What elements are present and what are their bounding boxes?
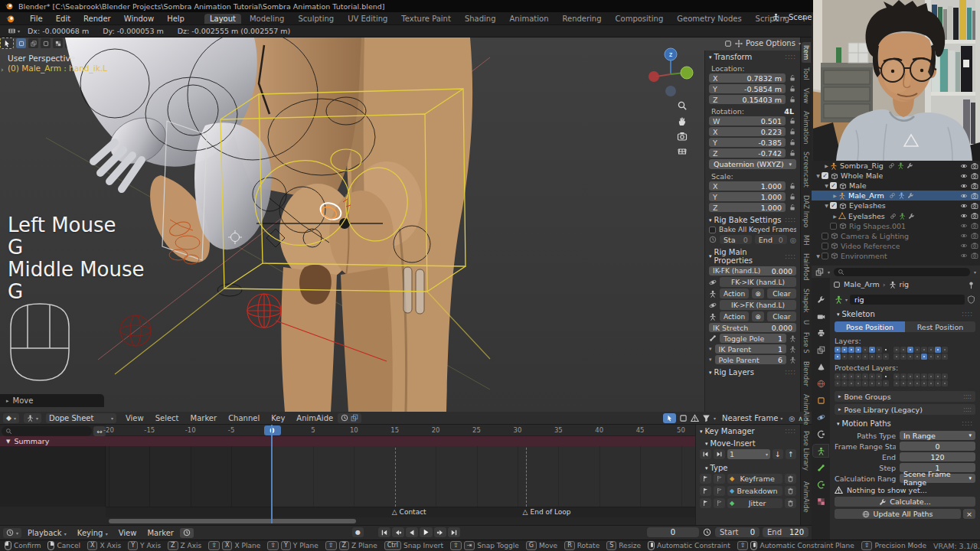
protected-layer-cell[interactable] — [942, 380, 948, 386]
breadcrumb-data[interactable]: rig — [900, 280, 910, 289]
channel-search-input[interactable] — [2, 426, 92, 436]
properties-tab-bone[interactable] — [813, 461, 828, 474]
sync-toggle-group[interactable] — [338, 413, 361, 423]
clear-x-icon[interactable]: ⊗ — [752, 289, 764, 298]
expand-arrow[interactable]: ▼ — [823, 203, 830, 208]
layer-cell[interactable] — [893, 347, 900, 353]
jump-prev-key-button[interactable] — [700, 449, 711, 459]
sidebar-tab-animation[interactable]: Animation — [802, 108, 811, 147]
play-button[interactable] — [420, 527, 433, 537]
rest-position-button[interactable]: Rest Position — [905, 321, 975, 332]
move-insert-header[interactable]: ▾Move-Insert — [696, 437, 800, 449]
skeleton-panel-header[interactable]: ▾Skeleton:::: — [833, 308, 977, 320]
fake-user-shield-icon[interactable] — [967, 295, 975, 304]
protected-layer-cell[interactable] — [841, 373, 848, 380]
action-button[interactable]: Action — [720, 289, 749, 298]
layer-cell[interactable] — [855, 347, 861, 353]
key-type-field[interactable]: ◆Keyframe — [727, 474, 782, 484]
protected-layer-cell[interactable] — [841, 380, 848, 386]
deselect-flag-button[interactable] — [714, 486, 725, 496]
outliner-row-whole-male[interactable]: ▼✓Whole Male — [812, 171, 980, 181]
properties-tab-view-layer[interactable] — [813, 344, 828, 356]
eye-icon[interactable] — [960, 172, 968, 180]
eye-icon[interactable] — [960, 202, 968, 210]
properties-tab-object[interactable] — [813, 394, 828, 406]
protected-layer-cell[interactable] — [876, 373, 882, 380]
sidebar-tab-fuse-s[interactable]: Fuse S — [802, 329, 811, 357]
layer-cell[interactable] — [900, 354, 906, 360]
properties-tab-scene[interactable] — [813, 360, 828, 373]
sidebar-tab-shapek[interactable]: Shapek — [802, 285, 811, 316]
protected-layer-cell[interactable] — [869, 380, 875, 386]
filter-funnel-icon[interactable] — [702, 414, 710, 422]
collection-checkbox[interactable] — [830, 223, 837, 230]
eye-icon[interactable] — [960, 222, 968, 230]
outliner-row-male-arm[interactable]: ▶Male_Arm — [812, 191, 980, 201]
close-icon[interactable]: × — [963, 509, 975, 519]
outliner-row-camera-lighting[interactable]: Camera & Lighting — [812, 231, 980, 241]
delete-keys-button[interactable] — [785, 486, 796, 496]
delete-keys-button[interactable] — [785, 498, 796, 508]
row-value-field[interactable]: 120 — [900, 452, 975, 461]
row-value-field[interactable]: Scene Frame Range▾ — [900, 474, 975, 483]
sync-clock-button[interactable] — [180, 528, 194, 538]
editor-type-button[interactable]: ◆▾ — [3, 413, 19, 423]
editor-type-icon[interactable]: ▾ — [8, 27, 20, 35]
layer-cell[interactable] — [921, 347, 927, 353]
clear-button[interactable]: Clear — [767, 289, 796, 298]
pan-hand-icon[interactable] — [677, 116, 688, 126]
frame-end-field[interactable]: End120 — [763, 527, 808, 537]
key-type-field[interactable]: ◆Breakdown — [727, 486, 782, 496]
eye-icon[interactable] — [960, 182, 968, 190]
workspace-tab-sculpting[interactable]: Sculpting — [292, 14, 339, 24]
menu-edit[interactable]: Edit — [56, 15, 70, 23]
render-camera-icon[interactable] — [971, 172, 978, 180]
sidebar-tab-hairmod[interactable]: HairMod — [802, 250, 811, 283]
warning-icon[interactable] — [691, 414, 699, 422]
delete-keys-button[interactable] — [785, 474, 796, 484]
jump-next-key-button[interactable] — [714, 449, 725, 459]
rotation-mode-dropdown[interactable]: Quaternion (WXYZ)▾ — [709, 159, 796, 169]
data-name-field[interactable]: rig — [850, 295, 965, 305]
layer-cell[interactable] — [841, 354, 848, 360]
render-camera-icon[interactable] — [971, 192, 978, 200]
rotation-x-field[interactable]: X0.223 — [709, 127, 786, 136]
channel-list[interactable] — [0, 446, 106, 507]
gizmo-neg-z-axis[interactable] — [665, 86, 676, 96]
properties-tab-texture[interactable] — [813, 495, 828, 507]
sidebar-tab-view[interactable]: View — [802, 85, 811, 106]
protected-layer-cell[interactable] — [935, 380, 941, 386]
protected-layer-cell[interactable] — [935, 373, 941, 380]
workspace-tab-rendering[interactable]: Rendering — [557, 14, 606, 24]
menu-render[interactable]: Render — [83, 15, 111, 23]
gizmo-y-axis[interactable] — [681, 67, 693, 79]
dopesheet-tab-animaide[interactable]: AnimAide — [802, 478, 811, 516]
frame-start-field[interactable]: Start0 — [715, 527, 760, 537]
marker-contact[interactable]: △Contact — [392, 508, 426, 516]
bone-groups-panel[interactable]: ▸Bone Groups:::: — [835, 391, 975, 402]
rotation-w-field[interactable]: W0.501 — [709, 116, 786, 126]
pin-icon[interactable] — [967, 281, 975, 289]
mode-dropdown[interactable]: Dope Sheet▾ — [46, 413, 116, 423]
jump-to-start-button[interactable] — [378, 527, 390, 537]
gizmo-x-axis[interactable] — [648, 71, 659, 82]
workspace-tab-uv-editing[interactable]: UV Editing — [342, 14, 393, 24]
layer-cell[interactable] — [900, 347, 906, 353]
expand-arrow[interactable]: ▼ — [815, 173, 822, 178]
collection-checkbox[interactable]: ✓ — [830, 202, 837, 209]
eye-icon[interactable] — [960, 192, 968, 200]
layer-cell[interactable] — [862, 347, 868, 353]
protected-layer-cell[interactable] — [855, 380, 861, 386]
layer-cell[interactable] — [835, 354, 841, 360]
action-button-2[interactable]: Action — [720, 311, 749, 321]
insert-down-button[interactable]: ↓ — [773, 449, 783, 459]
dopesheet-menu-animaide[interactable]: AnimAide — [296, 414, 333, 422]
collection-checkbox[interactable] — [822, 253, 828, 259]
protected-layer-cell[interactable] — [921, 373, 927, 380]
layer-cell[interactable] — [907, 354, 913, 360]
timeline-ruler[interactable]: -20-15-10-551015202530354045500 — [106, 425, 695, 436]
ik-to-fk-button[interactable]: IK->FK (hand.L) — [720, 300, 796, 310]
workspace-tab-modeling[interactable]: Modeling — [244, 14, 290, 24]
eye-icon[interactable] — [960, 232, 968, 240]
prev-keyframe-button[interactable] — [392, 527, 404, 537]
